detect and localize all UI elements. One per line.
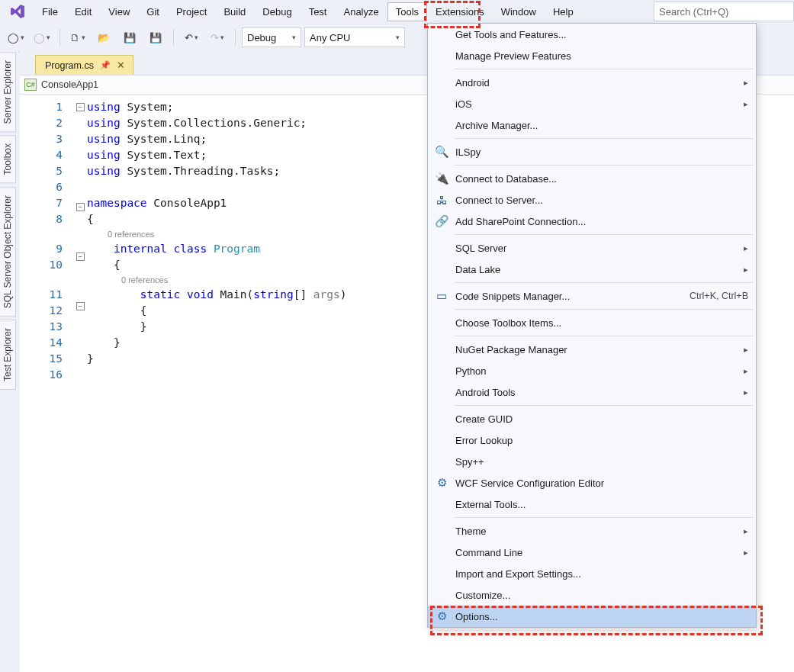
line-number: 16 — [20, 367, 63, 383]
search-placeholder: Search (Ctrl+Q) — [659, 6, 728, 18]
menu-item-add-sharepoint-connection[interactable]: 🔗Add SharePoint Connection... — [428, 211, 756, 232]
tools-menu-dropdown[interactable]: Get Tools and Features...Manage Preview … — [427, 23, 757, 628]
menu-item-label: Data Lake — [451, 264, 744, 275]
menu-item-ios[interactable]: iOS▸ — [428, 93, 756, 114]
open-button[interactable]: 📂 — [92, 27, 115, 48]
menu-item-get-tools-and-features[interactable]: Get Tools and Features... — [428, 24, 756, 45]
menu-item-import-and-export-settings[interactable]: Import and Export Settings... — [428, 563, 756, 584]
menu-item-window[interactable]: Window — [493, 2, 545, 21]
menu-item-spy[interactable]: Spy++ — [428, 451, 756, 472]
undo-button[interactable]: ↶▾ — [180, 27, 203, 48]
menu-item-theme[interactable]: Theme▸ — [428, 520, 756, 542]
csharp-project-icon: C# — [24, 79, 37, 91]
menu-item-manage-preview-features[interactable]: Manage Preview Features — [428, 45, 756, 66]
menu-separator — [454, 69, 753, 69]
menu-item-label: Connect to Server... — [451, 195, 748, 206]
menu-item-customize[interactable]: Customize... — [428, 584, 756, 606]
menu-item-label: Theme — [451, 526, 744, 537]
line-number: 7 — [20, 195, 63, 211]
menu-item-view[interactable]: View — [100, 2, 138, 21]
submenu-arrow-icon: ▸ — [744, 366, 748, 376]
nav-back-button[interactable]: ◯▾ — [5, 27, 27, 48]
rail-tab-toolbox[interactable]: Toolbox — [0, 135, 16, 183]
menu-item-code-snippets-manager[interactable]: ▭Code Snippets Manager...Ctrl+K, Ctrl+B — [428, 285, 756, 307]
menu-item-nuget-package-manager[interactable]: NuGet Package Manager▸ — [428, 339, 756, 360]
menu-item-error-lookup[interactable]: Error Lookup — [428, 429, 756, 451]
menu-item-label: Error Lookup — [451, 435, 748, 446]
menu-item-label: Choose Toolbox Items... — [451, 317, 748, 329]
menu-item-git[interactable]: Git — [138, 2, 168, 21]
menu-item-label: Import and Export Settings... — [451, 568, 748, 580]
nav-fwd-button[interactable]: ◯▾ — [31, 27, 53, 48]
menu-item-extensions[interactable]: Extensions — [427, 2, 493, 21]
menu-item-data-lake[interactable]: Data Lake▸ — [428, 259, 756, 280]
submenu-arrow-icon: ▸ — [744, 548, 748, 558]
fold-toggle[interactable]: − — [76, 103, 85, 111]
line-number: 1 — [20, 99, 63, 115]
menu-item-connect-to-server[interactable]: 🖧Connect to Server... — [428, 189, 756, 211]
menu-item-android-tools[interactable]: Android Tools▸ — [428, 381, 756, 403]
rail-tab-test-explorer[interactable]: Test Explorer — [0, 320, 16, 390]
menu-item-project[interactable]: Project — [168, 2, 215, 21]
menu-separator — [454, 282, 753, 283]
config-combo[interactable]: Debug▾ — [242, 27, 301, 47]
undo-icon: ↶ — [185, 32, 193, 43]
save-button[interactable]: 💾 — [118, 27, 141, 48]
fold-toggle[interactable]: − — [76, 252, 85, 261]
new-item-button[interactable]: 🗋▾ — [66, 27, 89, 48]
menu-item-command-line[interactable]: Command Line▸ — [428, 542, 756, 563]
menu-item-tools[interactable]: Tools — [387, 2, 427, 21]
connect-icon: 🖧 — [432, 194, 451, 207]
chevron-down-icon: ▾ — [194, 34, 198, 41]
menu-item-label: Archive Manager... — [451, 120, 748, 131]
menu-item-test[interactable]: Test — [301, 2, 336, 21]
separator — [235, 29, 236, 46]
menu-item-label: ILSpy — [451, 146, 748, 158]
menu-item-debug[interactable]: Debug — [254, 2, 300, 21]
menu-item-android[interactable]: Android▸ — [428, 72, 756, 93]
menu-item-label: Android Tools — [451, 387, 744, 398]
redo-button[interactable]: ↷▾ — [206, 27, 229, 48]
menu-item-label: iOS — [451, 98, 744, 110]
menu-item-ilspy[interactable]: 🔍ILSpy — [428, 141, 756, 162]
menu-item-create-guid[interactable]: Create GUID — [428, 408, 756, 429]
save-all-button[interactable]: 💾 — [144, 27, 167, 48]
separator — [173, 29, 174, 46]
menu-item-label: Android — [451, 77, 744, 88]
menu-item-wcf-service-configuration-editor[interactable]: ⚙WCF Service Configuration Editor — [428, 472, 756, 494]
line-number-gutter: 12345678910111213141516 — [20, 95, 73, 398]
menu-item-archive-manager[interactable]: Archive Manager... — [428, 114, 756, 136]
line-number: 4 — [20, 147, 63, 163]
chevron-down-icon: ▾ — [220, 34, 224, 41]
fold-toggle[interactable]: − — [76, 203, 85, 211]
menu-item-label: Python — [451, 365, 744, 377]
pin-icon[interactable]: 📌 — [100, 60, 111, 70]
menu-item-label: SQL Server — [451, 243, 744, 254]
rail-tab-server-explorer[interactable]: Server Explorer — [0, 52, 16, 132]
fold-toggle[interactable]: − — [76, 302, 85, 310]
menu-separator — [454, 234, 753, 235]
menu-item-file[interactable]: File — [34, 2, 66, 21]
menu-item-python[interactable]: Python▸ — [428, 360, 756, 381]
menu-item-external-tools[interactable]: External Tools... — [428, 494, 756, 515]
fold-gutter[interactable]: −−−− — [73, 95, 87, 398]
doc-tab-program[interactable]: Program.cs 📌 ✕ — [35, 55, 133, 75]
search-input[interactable]: Search (Ctrl+Q) — [654, 2, 794, 21]
menu-item-choose-toolbox-items[interactable]: Choose Toolbox Items... — [428, 312, 756, 333]
close-icon[interactable]: ✕ — [117, 59, 125, 71]
menu-item-analyze[interactable]: Analyze — [335, 2, 387, 21]
save-all-icon: 💾 — [149, 32, 162, 43]
chevron-down-icon: ▾ — [388, 34, 400, 41]
menu-item-label: Manage Preview Features — [451, 50, 748, 62]
menu-item-help[interactable]: Help — [545, 2, 582, 21]
menu-item-connect-to-database[interactable]: 🔌Connect to Database... — [428, 168, 756, 189]
menu-item-build[interactable]: Build — [215, 2, 254, 21]
menu-item-options[interactable]: ⚙Options... — [428, 606, 756, 627]
platform-combo[interactable]: Any CPU▾ — [304, 27, 405, 47]
add-icon: 🔗 — [432, 214, 451, 228]
menu-item-label: External Tools... — [451, 499, 748, 510]
menu-item-sql-server[interactable]: SQL Server▸ — [428, 237, 756, 259]
menu-item-label: Create GUID — [451, 413, 748, 425]
rail-tab-sql-server-object-explorer[interactable]: SQL Server Object Explorer — [0, 187, 16, 317]
menu-item-edit[interactable]: Edit — [66, 2, 100, 21]
